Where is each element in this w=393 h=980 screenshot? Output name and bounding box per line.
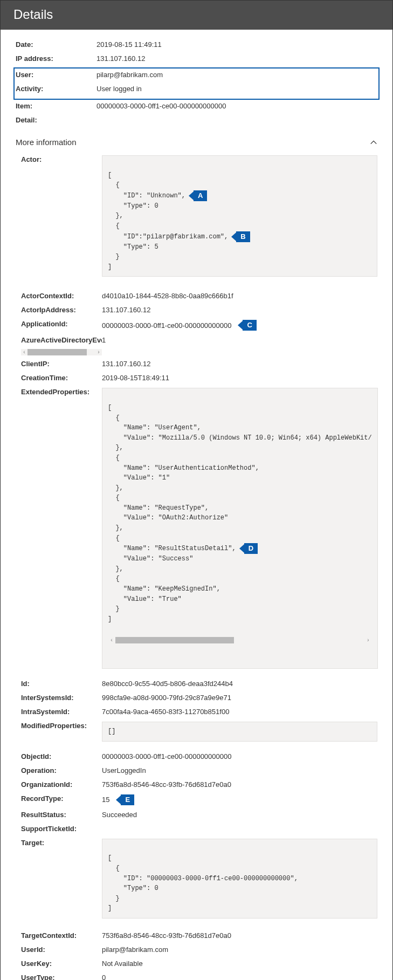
label-date: Date: [16, 39, 96, 50]
label-item: Item: [16, 101, 96, 111]
label-clientip: ClientIP: [21, 359, 102, 369]
value-aad-event: 1 [102, 335, 377, 345]
value-userid: pilarp@fabrikam.com [102, 944, 377, 955]
label-ip: IP address: [16, 53, 96, 64]
more-information-toggle[interactable]: More information [16, 138, 377, 147]
more-information-title: More information [16, 138, 77, 147]
row-intersystemsid: InterSystemsId: 998cfa9e-a08d-9000-79fd-… [21, 693, 377, 703]
label-modifiedproperties: ModifiedProperties: [21, 721, 102, 731]
value-targetcontextid: 753f6a8d-8546-48cc-93fb-76d681d7e0a0 [102, 930, 377, 941]
row-organizationid: OrganizationId: 753f6a8d-8546-48cc-93fb-… [21, 779, 377, 790]
value-organizationid: 753f6a8d-8546-48cc-93fb-76d681d7e0a0 [102, 779, 377, 790]
row-recordtype: RecordType: 15 E [21, 793, 377, 806]
row-item: Item: 00000003-0000-0ff1-ce00-0000000000… [16, 101, 377, 112]
actor-code[interactable]: [ { "ID": "Unknown",A "Type": 0 }, { "ID… [102, 155, 377, 277]
callout-b: B [231, 231, 250, 242]
value-recordtype: 15 [102, 796, 109, 804]
value-activity: User logged in [96, 84, 377, 94]
modifiedproperties-code[interactable]: [] [102, 722, 377, 742]
value-clientip: 131.107.160.12 [102, 359, 377, 369]
callout-d: D [239, 543, 258, 554]
label-userkey: UserKey: [21, 958, 102, 969]
label-recordtype: RecordType: [21, 793, 102, 804]
label-extendedproperties: ExtendedProperties: [21, 387, 102, 397]
row-clientip: ClientIP: 131.107.160.12 [21, 359, 377, 369]
label-creationtime: CreationTime: [21, 373, 102, 383]
value-detail [96, 115, 377, 117]
row-targetcontextid: TargetContextId: 753f6a8d-8546-48cc-93fb… [21, 930, 377, 941]
row-date: Date: 2019-08-15 11:49:11 [16, 39, 377, 50]
row-detail: Detail: [16, 115, 377, 126]
value-user: pilarp@fabrikam.com [96, 70, 377, 80]
label-usertype: UserType: [21, 972, 102, 980]
row-extendedproperties: ExtendedProperties: [ { "Name": "UserAge… [21, 387, 377, 670]
value-usertype: 0 [102, 972, 377, 980]
value-ip: 131.107.160.12 [96, 53, 377, 64]
label-intrasystemid: IntraSystemId: [21, 707, 102, 717]
row-supportticketid: SupportTicketId: [21, 824, 377, 834]
row-userkey: UserKey: Not Available [21, 958, 377, 969]
scroll-left-arrow-icon[interactable]: ‹ [108, 636, 115, 644]
label-objectid: ObjectId: [21, 751, 102, 762]
row-activity: Activity: User logged in [16, 84, 377, 94]
row-ip-address: IP address: 131.107.160.12 [16, 53, 377, 64]
chevron-up-icon [370, 139, 377, 146]
label-operation: Operation: [21, 765, 102, 776]
label-organizationid: OrganizationId: [21, 779, 102, 790]
row-id: Id: 8e80bcc0-9c55-40d5-b806-deaa3fd244b4 [21, 679, 377, 689]
label-applicationid: ApplicationId: [21, 319, 102, 329]
label-user: User: [16, 70, 96, 80]
target-code[interactable]: [ { "ID": "00000003-0000-0ff1-ce00-00000… [102, 839, 377, 919]
row-actorcontextid: ActorContextId: d4010a10-1844-4528-8b8c-… [21, 291, 377, 301]
details-panel: Details Date: 2019-08-15 11:49:11 IP add… [0, 0, 393, 980]
scroll-right-arrow-icon[interactable]: › [95, 349, 102, 355]
extendedproperties-code[interactable]: [ { "Name": "UserAgent", "Value": "Mozil… [102, 388, 378, 669]
scroll-left-arrow-icon[interactable]: ‹ [21, 349, 27, 355]
row-target: Target: [ { "ID": "00000003-0000-0ff1-ce… [21, 838, 377, 920]
callout-a: A [189, 190, 207, 201]
row-aad-event: AzureActiveDirectoryEve 1 [21, 335, 377, 346]
row-objectid: ObjectId: 00000003-0000-0ff1-ce00-000000… [21, 751, 377, 762]
label-actor: Actor: [21, 154, 102, 165]
scroll-thumb[interactable] [27, 349, 87, 355]
label-id: Id: [21, 679, 102, 689]
label-aad-event: AzureActiveDirectoryEve [21, 335, 102, 345]
scroll-thumb[interactable] [115, 637, 234, 643]
value-intersystemsid: 998cfa9e-a08d-9000-79fd-29c87a9e9e71 [102, 693, 377, 703]
label-detail: Detail: [16, 115, 96, 125]
value-resultstatus: Succeeded [102, 810, 377, 820]
label-targetcontextid: TargetContextId: [21, 930, 102, 941]
label-activity: Activity: [16, 84, 96, 94]
code-hscroll[interactable]: ‹ › [108, 636, 372, 644]
label-actoripaddress: ActorIpAddress: [21, 305, 102, 315]
row-actoripaddress: ActorIpAddress: 131.107.160.12 [21, 305, 377, 316]
highlight-user-activity: User: pilarp@fabrikam.com Activity: User… [13, 67, 380, 100]
value-objectid: 00000003-0000-0ff1-ce00-000000000000 [102, 751, 377, 762]
value-date: 2019-08-15 11:49:11 [96, 39, 377, 50]
callout-c: C [238, 320, 256, 331]
row-applicationid: ApplicationId: 00000003-0000-0ff1-ce00-0… [21, 319, 377, 332]
row-intrasystemid: IntraSystemId: 7c00fa4a-9aca-4650-83f3-1… [21, 707, 377, 717]
value-item: 00000003-0000-0ff1-ce00-000000000000 [96, 101, 377, 111]
label-intersystemsid: InterSystemsId: [21, 693, 102, 703]
row-userid: UserId: pilarp@fabrikam.com [21, 944, 377, 955]
row-creationtime: CreationTime: 2019-08-15T18:49:11 [21, 373, 377, 383]
callout-e: E [116, 794, 134, 805]
value-actorcontextid: d4010a10-1844-4528-8b8c-0aa89c666b1f [102, 291, 377, 301]
value-id: 8e80bcc0-9c55-40d5-b806-deaa3fd244b4 [102, 679, 377, 689]
label-resultstatus: ResultStatus: [21, 810, 102, 820]
value-supportticketid [102, 824, 377, 826]
value-intrasystemid: 7c00fa4a-9aca-4650-83f3-11270b851f00 [102, 707, 377, 717]
label-actorcontextid: ActorContextId: [21, 291, 102, 301]
row-resultstatus: ResultStatus: Succeeded [21, 810, 377, 820]
row-modifiedproperties: ModifiedProperties: [] [21, 721, 377, 743]
row-user: User: pilarp@fabrikam.com [16, 70, 377, 80]
value-applicationid: 00000003-0000-0ff1-ce00-000000000000 [102, 321, 231, 330]
value-operation: UserLoggedIn [102, 765, 377, 776]
row-operation: Operation: UserLoggedIn [21, 765, 377, 776]
value-userkey: Not Available [102, 958, 377, 969]
label-supportticketid: SupportTicketId: [21, 824, 102, 834]
row-usertype: UserType: 0 [21, 972, 377, 980]
label-scroll-bar[interactable]: ‹ › [21, 349, 102, 355]
scroll-right-arrow-icon[interactable]: › [364, 636, 372, 644]
